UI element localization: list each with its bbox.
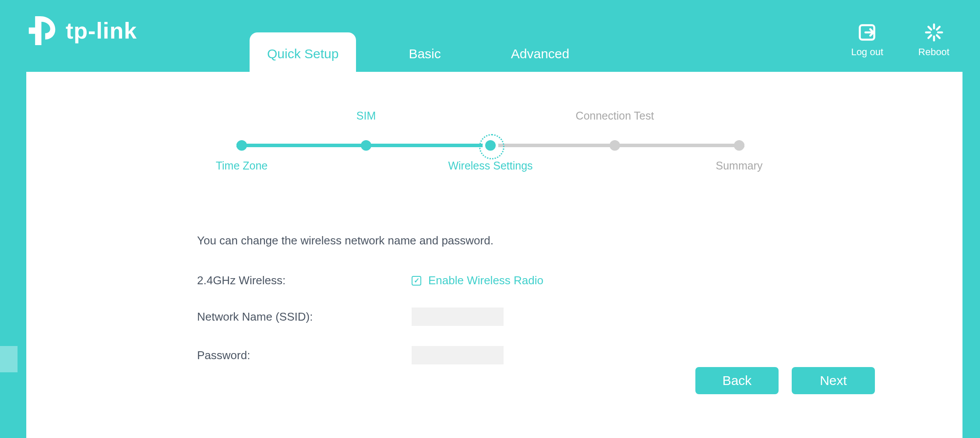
wizard-nav-buttons: Back Next bbox=[695, 367, 875, 394]
next-button[interactable]: Next bbox=[792, 367, 875, 394]
wizard-stepper: Time Zone SIM Wireless Settings Connecti… bbox=[236, 107, 744, 186]
tab-basic[interactable]: Basic bbox=[391, 32, 458, 72]
label-password: Password: bbox=[197, 349, 412, 362]
svg-line-6 bbox=[937, 35, 939, 38]
back-button[interactable]: Back bbox=[695, 367, 779, 394]
step-time-zone[interactable]: Time Zone bbox=[236, 140, 247, 151]
step-wireless-settings-label: Wireless Settings bbox=[448, 159, 532, 172]
logout-button[interactable]: Log out bbox=[851, 23, 883, 58]
brand-logo: tp-link bbox=[26, 15, 137, 46]
step-sim-label: SIM bbox=[356, 110, 376, 122]
step-time-zone-label: Time Zone bbox=[216, 159, 268, 172]
reboot-button[interactable]: Reboot bbox=[918, 23, 949, 58]
svg-line-7 bbox=[937, 27, 939, 29]
reboot-icon bbox=[924, 23, 944, 42]
header-actions: Log out Reboot bbox=[851, 23, 949, 58]
label-24ghz-wireless: 2.4GHz Wireless: bbox=[197, 274, 412, 287]
step-sim[interactable]: SIM bbox=[361, 140, 371, 151]
row-password: Password: bbox=[197, 346, 962, 364]
main-tabs: Quick Setup Basic Advanced bbox=[250, 32, 587, 72]
label-ssid: Network Name (SSID): bbox=[197, 310, 412, 324]
row-24ghz-wireless: 2.4GHz Wireless: ✓ Enable Wireless Radio bbox=[197, 274, 962, 287]
wireless-settings-form: You can change the wireless network name… bbox=[197, 234, 962, 364]
brand-name: tp-link bbox=[66, 18, 137, 44]
step-connection-test-label: Connection Test bbox=[576, 110, 654, 122]
svg-line-5 bbox=[928, 27, 931, 29]
reboot-label: Reboot bbox=[918, 46, 949, 58]
password-input[interactable] bbox=[412, 346, 504, 364]
step-connection-test[interactable]: Connection Test bbox=[610, 140, 620, 151]
content-pane: Time Zone SIM Wireless Settings Connecti… bbox=[26, 72, 962, 438]
form-intro-text: You can change the wireless network name… bbox=[197, 234, 962, 247]
step-summary-label: Summary bbox=[716, 159, 763, 172]
row-ssid: Network Name (SSID): bbox=[197, 307, 962, 326]
tp-link-logo-icon bbox=[26, 15, 58, 46]
ssid-input[interactable] bbox=[412, 307, 504, 326]
tab-advanced[interactable]: Advanced bbox=[494, 32, 587, 72]
window-edge-notch bbox=[0, 346, 18, 372]
header-bar: tp-link Quick Setup Basic Advanced Log o… bbox=[0, 0, 980, 72]
enable-wireless-radio[interactable]: ✓ Enable Wireless Radio bbox=[412, 274, 543, 287]
enable-wireless-checkbox[interactable]: ✓ bbox=[412, 276, 421, 286]
svg-line-8 bbox=[928, 35, 931, 38]
step-wireless-settings[interactable]: Wireless Settings bbox=[485, 140, 496, 151]
enable-wireless-label: Enable Wireless Radio bbox=[428, 274, 543, 287]
step-summary[interactable]: Summary bbox=[734, 140, 744, 151]
logout-icon bbox=[857, 23, 877, 42]
logout-label: Log out bbox=[851, 46, 883, 58]
stepper-nodes: Time Zone SIM Wireless Settings Connecti… bbox=[236, 107, 744, 186]
tab-quick-setup[interactable]: Quick Setup bbox=[250, 32, 356, 72]
